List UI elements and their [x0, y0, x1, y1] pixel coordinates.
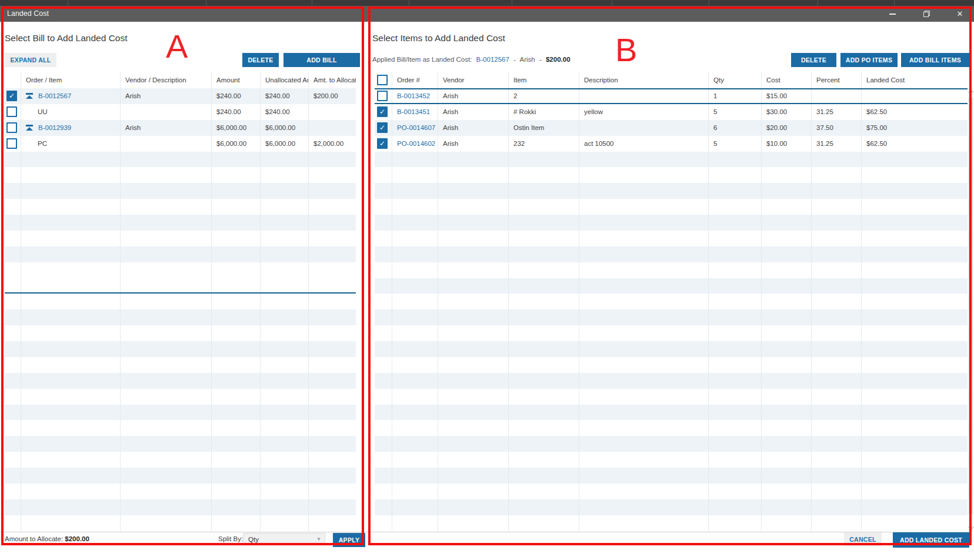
- cost-cell: [762, 152, 812, 168]
- checkbox-cell[interactable]: ✓: [375, 136, 392, 152]
- cost-cell: [762, 246, 812, 262]
- order-item-cell: [21, 420, 121, 436]
- item-cell: [509, 420, 579, 436]
- amt-to-allocate-cell: [309, 215, 356, 231]
- items-table-row[interactable]: B-0013452Arish21$15.00: [375, 88, 968, 104]
- checkbox-cell[interactable]: [5, 136, 21, 152]
- delete-bill-button[interactable]: DELETE: [242, 53, 279, 67]
- order-cell[interactable]: PO-0014607: [392, 120, 438, 136]
- vendor-cell: [121, 246, 212, 262]
- landed-cost-window: Landed Cost ✕ Select Bill to Add Landed …: [0, 0, 974, 560]
- description-cell: [579, 199, 709, 215]
- order-link[interactable]: B-0012939: [38, 124, 71, 131]
- bill-table-row[interactable]: UU$240.00$240.00: [5, 104, 356, 120]
- select-all-checkbox-cell[interactable]: [375, 72, 392, 88]
- delete-items-button[interactable]: DELETE: [791, 53, 836, 67]
- qty-cell: [709, 167, 762, 183]
- row-checkbox[interactable]: ✓: [377, 122, 388, 133]
- order-link[interactable]: PO-0014602: [397, 140, 435, 147]
- collapse-rows-icon[interactable]: [26, 125, 33, 131]
- vendor-cell: [438, 231, 509, 246]
- empty-table-row: [375, 389, 968, 405]
- checkbox-cell: [5, 152, 21, 168]
- add-bill-button[interactable]: ADD BILL: [283, 53, 360, 67]
- description-cell: [579, 294, 709, 309]
- checkbox-cell[interactable]: [5, 104, 21, 120]
- order-cell[interactable]: B-0013451: [392, 104, 438, 120]
- qty-cell: [709, 215, 762, 231]
- empty-table-row: [375, 278, 968, 294]
- row-checkbox[interactable]: [377, 91, 388, 101]
- amount-cell: [212, 215, 261, 231]
- order-item-cell[interactable]: UU: [21, 104, 121, 120]
- order-cell[interactable]: PO-0014602: [392, 136, 438, 152]
- bill-table-row[interactable]: PC$6,000.00$6,000.00$2,000.00: [5, 136, 356, 152]
- order-link[interactable]: PO-0014607: [397, 124, 435, 131]
- vendor-cell: Arish: [121, 88, 212, 104]
- order-item-cell[interactable]: PC: [21, 136, 121, 152]
- order-link[interactable]: B-0012567: [38, 92, 71, 99]
- minimize-button[interactable]: [882, 6, 902, 22]
- order-item-cell[interactable]: B-0012939: [21, 120, 121, 136]
- vertical-scrollbar[interactable]: [968, 88, 973, 531]
- order-cell[interactable]: B-0013452: [392, 89, 438, 103]
- qty-cell: [709, 499, 762, 515]
- checkbox-cell[interactable]: ✓: [375, 120, 392, 136]
- percent-cell: 31.25: [812, 136, 862, 152]
- order-link[interactable]: B-0013451: [397, 108, 430, 115]
- expand-all-button[interactable]: EXPAND ALL: [5, 53, 56, 67]
- checkbox-cell: [5, 341, 21, 357]
- row-checkbox[interactable]: ✓: [6, 91, 17, 101]
- row-checkbox[interactable]: ✓: [377, 106, 388, 117]
- scroll-up-icon[interactable]: [968, 90, 973, 95]
- checkbox-cell[interactable]: [375, 89, 392, 103]
- scroll-down-icon[interactable]: [968, 525, 973, 529]
- empty-table-row: [5, 357, 356, 373]
- column-header: Landed Cost: [862, 72, 968, 88]
- landed-cost-cell: [862, 325, 968, 341]
- description-cell: [579, 420, 709, 436]
- order-item-cell[interactable]: B-0012567: [21, 88, 121, 104]
- add-po-items-button[interactable]: ADD PO ITEMS: [840, 53, 898, 67]
- cost-cell: [762, 420, 812, 436]
- empty-table-row: [5, 420, 356, 436]
- checkbox-cell[interactable]: ✓: [375, 104, 392, 120]
- row-checkbox[interactable]: [6, 138, 17, 149]
- apply-button[interactable]: APPLY: [333, 533, 365, 547]
- tab-divider: [206, 0, 206, 6]
- unallocated-amt-cell: [261, 167, 309, 183]
- amt-to-allocate-cell: [309, 246, 356, 262]
- order-link[interactable]: B-0013452: [397, 92, 430, 99]
- empty-table-row: [5, 484, 356, 499]
- checkbox-cell[interactable]: ✓: [5, 88, 21, 104]
- cancel-button[interactable]: CANCEL: [844, 532, 882, 546]
- row-checkbox[interactable]: [6, 122, 17, 133]
- checkbox-cell: [5, 167, 21, 183]
- collapse-rows-icon[interactable]: [26, 93, 33, 99]
- applied-bill-link[interactable]: B-0012567: [476, 56, 509, 63]
- item-cell: [509, 515, 579, 531]
- column-header: Description: [579, 72, 709, 88]
- scrollbar-thumb[interactable]: [969, 98, 973, 514]
- add-bill-items-button[interactable]: ADD BILL ITEMS: [901, 53, 969, 67]
- qty-cell: [709, 231, 762, 246]
- split-by-select[interactable]: Qty ▼: [243, 533, 325, 545]
- restore-button[interactable]: [916, 6, 936, 22]
- checkbox-cell[interactable]: [5, 120, 21, 136]
- bill-table-row[interactable]: B-0012939Arish$6,000.00$6,000.00: [5, 120, 356, 136]
- row-checkbox[interactable]: ✓: [377, 138, 388, 149]
- row-checkbox[interactable]: [377, 75, 388, 85]
- row-checkbox[interactable]: [6, 106, 17, 117]
- bill-table-row[interactable]: ✓B-0012567Arish$240.00$240.00$200.00: [5, 88, 356, 104]
- items-table-row[interactable]: ✓PO-0014602Arish232act 105005$10.0031.25…: [375, 136, 968, 152]
- empty-table-row: [375, 420, 968, 436]
- item-cell: [509, 278, 579, 294]
- empty-table-row: [375, 309, 968, 325]
- close-button[interactable]: ✕: [950, 6, 970, 22]
- items-table-row[interactable]: ✓B-0013451Arish# Rokkiyellow5$30.0031.25…: [375, 104, 968, 120]
- items-table-row[interactable]: ✓PO-0014607ArishOstin Item6$20.0037.50$7…: [375, 120, 968, 136]
- empty-table-row: [5, 199, 356, 215]
- description-cell: [579, 341, 709, 357]
- empty-table-row: [5, 152, 356, 168]
- add-landed-cost-button[interactable]: ADD LANDED COST: [893, 532, 969, 548]
